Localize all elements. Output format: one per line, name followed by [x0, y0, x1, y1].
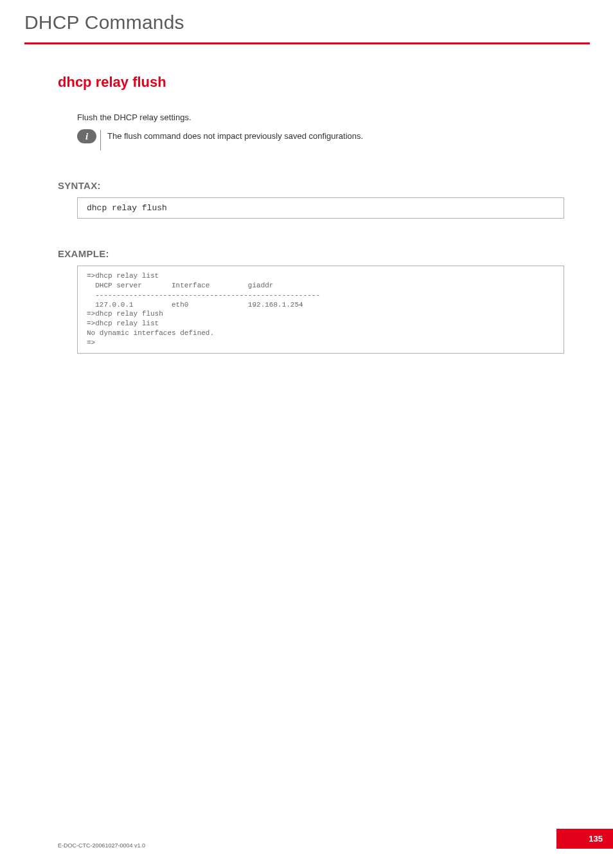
note-divider: [100, 130, 101, 150]
note-row: i The flush command does not impact prev…: [77, 131, 564, 150]
syntax-heading: SYNTAX:: [58, 180, 564, 191]
command-heading: dhcp relay flush: [58, 74, 564, 91]
info-icon: i: [77, 129, 96, 143]
page-title: DHCP Commands: [24, 12, 613, 33]
doc-id: E-DOC-CTC-20061027-0004 v1.0: [58, 842, 145, 849]
intro-text: Flush the DHCP relay settings.: [77, 113, 564, 122]
example-box: =>dhcp relay list DHCP server Interface …: [77, 266, 564, 354]
page-number: 135: [556, 829, 613, 849]
example-heading: EXAMPLE:: [58, 248, 564, 259]
note-text: The flush command does not impact previo…: [107, 131, 363, 141]
footer: E-DOC-CTC-20061027-0004 v1.0 135: [58, 829, 613, 849]
syntax-box: dhcp relay flush: [77, 197, 564, 219]
